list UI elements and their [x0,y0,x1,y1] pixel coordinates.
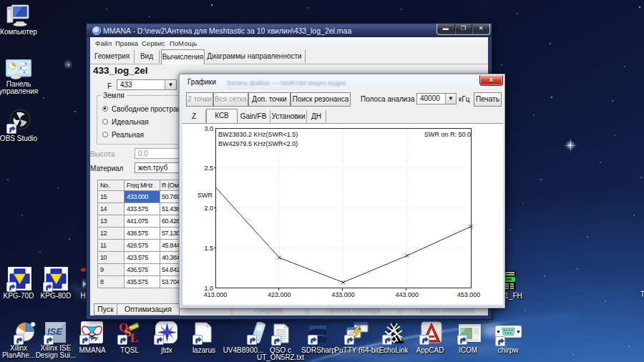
svg-text:BW42979.5 KHz(SWR<2.0): BW42979.5 KHz(SWR<2.0) [218,140,298,147]
svg-text:443.000: 443.000 [395,291,419,298]
svg-text:1.0: 1.0 [204,285,213,292]
svg-text:РУ: РУ [91,336,98,342]
svg-text:L: L [130,331,138,343]
svg-text:1.5: 1.5 [204,245,213,252]
svg-text:2.0: 2.0 [204,205,213,212]
svg-text:423.000: 423.000 [268,291,291,298]
svg-text:3.0: 3.0 [204,125,213,132]
svg-text:BW23830.2 KHz(SWR<1.5): BW23830.2 KHz(SWR<1.5) [218,131,298,138]
svg-text:SWR: SWR [197,192,213,199]
svg-text:413.000: 413.000 [204,291,228,298]
svg-text:2.5: 2.5 [204,165,213,172]
svg-text:433.000: 433.000 [331,291,355,298]
svg-text:453.000: 453.000 [457,291,481,298]
svg-text:SWR on R: 50.0: SWR on R: 50.0 [424,131,471,138]
